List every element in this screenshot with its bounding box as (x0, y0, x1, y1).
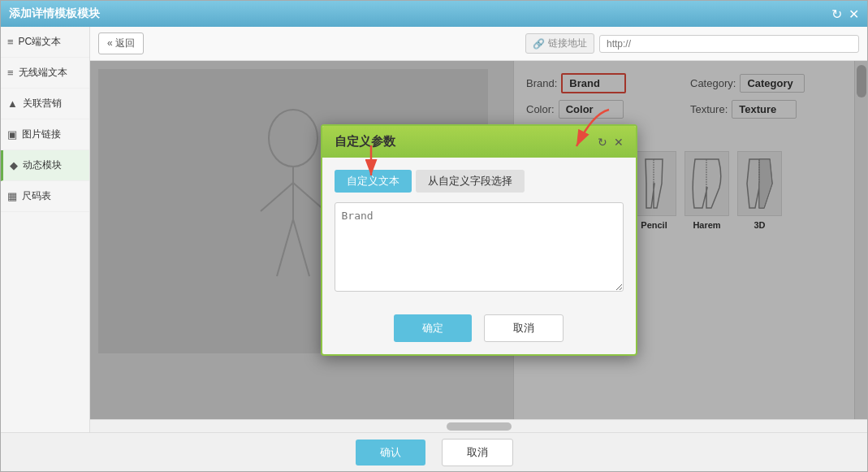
sidebar-item-label: 动态模块 (23, 158, 62, 172)
modal-refresh-icon[interactable]: ↻ (598, 136, 607, 149)
hscroll-thumb[interactable] (447, 422, 512, 431)
bottom-cancel-button[interactable]: 取消 (442, 439, 513, 466)
modal-close-icon[interactable]: ✕ (614, 136, 624, 149)
sidebar-item-label: 无线端文本 (19, 66, 67, 80)
sidebar-item-affiliate[interactable]: ▲ 关联营销 (1, 89, 89, 119)
sidebar-item-size-table[interactable]: ▦ 尺码表 (1, 181, 89, 212)
image-icon: ▣ (7, 128, 17, 141)
right-panel: « 返回 🔗 链接地址 (90, 27, 867, 432)
horizontal-scrollbar[interactable] (90, 419, 867, 432)
back-button[interactable]: « 返回 (98, 32, 144, 54)
app-window: 添加详情模板模块 ↻ ✕ ≡ PC端文本 ≡ 无线端文本 ▲ 关联营销 ▣ 图片… (0, 0, 868, 472)
modal-confirm-button[interactable]: 确定 (394, 314, 472, 342)
dynamic-icon: ◆ (10, 159, 18, 171)
bottom-bar: 确认 取消 (1, 432, 867, 471)
list-icon: ≡ (7, 36, 14, 48)
close-icon[interactable]: ✕ (849, 6, 859, 22)
sidebar-item-label: 尺码表 (22, 189, 51, 203)
title-bar: 添加详情模板模块 ↻ ✕ (1, 1, 867, 27)
modal-textarea[interactable] (335, 202, 624, 292)
modal-overlay: 自定义参数 ↻ ✕ (90, 61, 867, 419)
custom-params-modal: 自定义参数 ↻ ✕ (321, 124, 637, 356)
content-area: Brand: Brand Category: Category Color: C… (90, 61, 867, 419)
title-bar-controls: ↻ ✕ (831, 6, 859, 22)
modal-header-btns: ↻ ✕ (598, 136, 624, 149)
table-icon: ▦ (7, 190, 17, 202)
bottom-confirm-button[interactable]: 确认 (356, 440, 425, 466)
modal-footer: 确定 取消 (322, 306, 636, 354)
modal-body: 自定义文本 从自定义字段选择 (322, 158, 636, 306)
sidebar-item-pc-text[interactable]: ≡ PC端文本 (1, 27, 89, 58)
link-input[interactable] (599, 35, 859, 53)
sidebar-item-label: PC端文本 (19, 35, 62, 49)
sidebar-item-label: 图片链接 (22, 128, 61, 141)
sidebar-item-image-link[interactable]: ▣ 图片链接 (1, 119, 89, 150)
sidebar-item-dynamic[interactable]: ◆ 动态模块 (1, 150, 89, 181)
sidebar: ≡ PC端文本 ≡ 无线端文本 ▲ 关联营销 ▣ 图片链接 ◆ 动态模块 ▦ 尺… (1, 27, 90, 432)
modal-cancel-button[interactable]: 取消 (484, 314, 564, 342)
sidebar-item-mobile-text[interactable]: ≡ 无线端文本 (1, 58, 89, 89)
link-label-container: 🔗 链接地址 (525, 33, 594, 54)
toolbar: « 返回 🔗 链接地址 (90, 27, 867, 61)
main-content: ≡ PC端文本 ≡ 无线端文本 ▲ 关联营销 ▣ 图片链接 ◆ 动态模块 ▦ 尺… (1, 27, 867, 432)
arrow-svg (351, 141, 391, 182)
link-icon: 🔗 (533, 38, 545, 50)
sidebar-item-label: 关联营销 (23, 97, 62, 110)
affiliate-icon: ▲ (7, 97, 18, 110)
refresh-icon[interactable]: ↻ (831, 6, 842, 22)
list-icon2: ≡ (7, 67, 14, 79)
link-label-text: 链接地址 (548, 37, 587, 50)
tab-from-field[interactable]: 从自定义字段选择 (416, 170, 525, 193)
app-title: 添加详情模板模块 (9, 6, 100, 21)
